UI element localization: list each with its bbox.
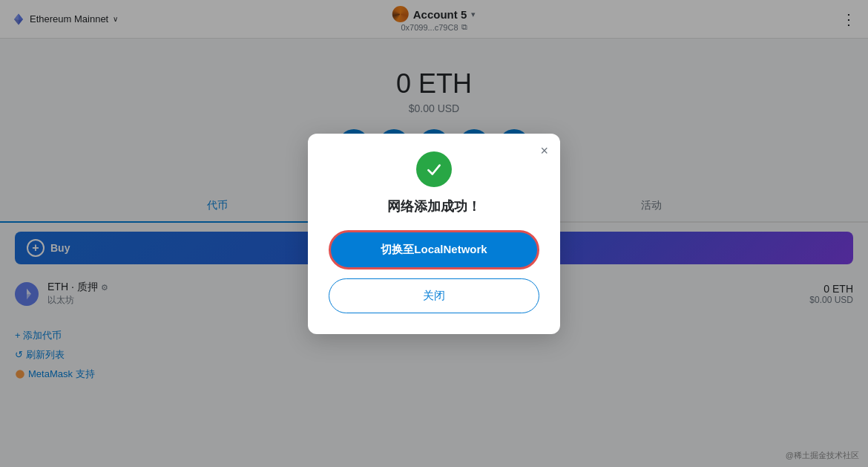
- checkmark-icon: [424, 160, 444, 179]
- close-modal-button[interactable]: 关闭: [329, 278, 539, 313]
- success-modal: × 网络添加成功！ 切换至LocalNetwork 关闭: [308, 134, 560, 334]
- modal-title-text: 网络添加成功！: [329, 197, 539, 215]
- modal-overlay: × 网络添加成功！ 切换至LocalNetwork 关闭: [0, 0, 868, 467]
- modal-success-icon-wrapper: [329, 151, 539, 187]
- switch-network-button[interactable]: 切换至LocalNetwork: [329, 230, 539, 270]
- success-check-icon: [416, 151, 452, 187]
- modal-close-button[interactable]: ×: [540, 144, 548, 157]
